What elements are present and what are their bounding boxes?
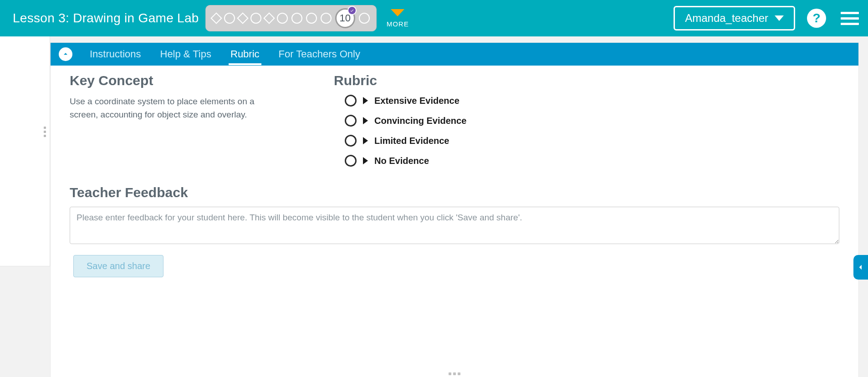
rubric-columns: Key Concept Use a coordinate system to p… (70, 73, 839, 167)
progress-step-diamond[interactable] (237, 12, 248, 24)
teacher-feedback-input[interactable] (70, 207, 839, 244)
panel-tabbar: Instructions Help & Tips Rubric For Teac… (51, 43, 858, 66)
key-concept-heading: Key Concept (70, 73, 320, 88)
expand-right-icon[interactable] (363, 117, 368, 124)
rubric-level-item[interactable]: Convincing Evidence (345, 115, 839, 127)
more-label: MORE (387, 20, 409, 28)
help-button[interactable]: ? (807, 9, 826, 28)
progress-step-bubble[interactable] (224, 13, 235, 24)
tab-help-tips[interactable]: Help & Tips (158, 43, 214, 65)
key-concept-column: Key Concept Use a coordinate system to p… (70, 73, 320, 167)
radio-icon[interactable] (345, 155, 357, 167)
rubric-level-label: Limited Evidence (374, 136, 449, 146)
user-name: Amanda_teacher (685, 12, 768, 25)
user-menu[interactable]: Amanda_teacher (674, 6, 795, 31)
rubric-level-label: Convincing Evidence (374, 116, 466, 126)
key-concept-text: Use a coordinate system to place element… (70, 95, 284, 122)
radio-icon[interactable] (345, 95, 357, 107)
progress-complete-badge-icon (347, 6, 357, 15)
caret-down-icon (775, 15, 784, 21)
resize-handle-horizontal[interactable] (449, 371, 460, 377)
tab-instructions[interactable]: Instructions (88, 43, 143, 65)
tab-rubric[interactable]: Rubric (229, 43, 261, 65)
progress-step-bubble[interactable] (306, 13, 317, 24)
progress-step-bubble[interactable] (277, 13, 288, 24)
rubric-level-item[interactable]: No Evidence (345, 155, 839, 167)
teacher-feedback-heading: Teacher Feedback (70, 185, 839, 200)
rubric-heading: Rubric (334, 73, 839, 88)
progress-step-bubble[interactable] (359, 13, 370, 24)
progress-step-diamond[interactable] (263, 12, 275, 24)
stage: Instructions Help & Tips Rubric For Teac… (0, 36, 868, 377)
question-mark-icon: ? (812, 11, 820, 25)
rubric-level-item[interactable]: Extensive Evidence (345, 95, 839, 107)
caret-down-icon (391, 9, 404, 16)
expand-right-icon[interactable] (363, 137, 368, 144)
progress-step-bubble[interactable] (291, 13, 302, 24)
chevron-left-icon (857, 261, 864, 273)
progress-step-diamond[interactable] (210, 12, 222, 24)
collapse-panel-button[interactable] (59, 47, 72, 61)
progress-step-bubble[interactable] (250, 13, 261, 24)
save-and-share-button[interactable]: Save and share (73, 255, 163, 277)
rubric-column: Rubric Extensive Evidence Convincing Evi… (334, 73, 839, 167)
panel-body: Key Concept Use a coordinate system to p… (51, 66, 858, 377)
progress-step-bubble[interactable] (321, 13, 332, 24)
expand-side-drawer-button[interactable] (853, 255, 868, 280)
progress-step-current[interactable]: 10 (335, 8, 355, 28)
resize-handle-vertical[interactable] (44, 127, 46, 137)
app-header: Lesson 3: Drawing in Game Lab 10 MORE Am… (0, 0, 868, 36)
more-dropdown[interactable]: MORE (387, 9, 409, 28)
hamburger-menu[interactable] (841, 12, 859, 25)
tab-teachers-only[interactable]: For Teachers Only (277, 43, 362, 65)
rubric-level-label: No Evidence (374, 156, 429, 166)
expand-right-icon[interactable] (363, 97, 368, 104)
left-gutter (0, 36, 50, 266)
rubric-level-item[interactable]: Limited Evidence (345, 135, 839, 147)
instructions-panel: Instructions Help & Tips Rubric For Teac… (50, 42, 859, 377)
expand-right-icon[interactable] (363, 157, 368, 164)
lesson-progress: 10 (205, 5, 377, 31)
lesson-title: Lesson 3: Drawing in Game Lab (13, 11, 199, 25)
rubric-level-label: Extensive Evidence (374, 96, 460, 106)
rubric-level-list: Extensive Evidence Convincing Evidence L… (334, 95, 839, 167)
chevron-up-icon (62, 51, 69, 58)
radio-icon[interactable] (345, 115, 357, 127)
radio-icon[interactable] (345, 135, 357, 147)
